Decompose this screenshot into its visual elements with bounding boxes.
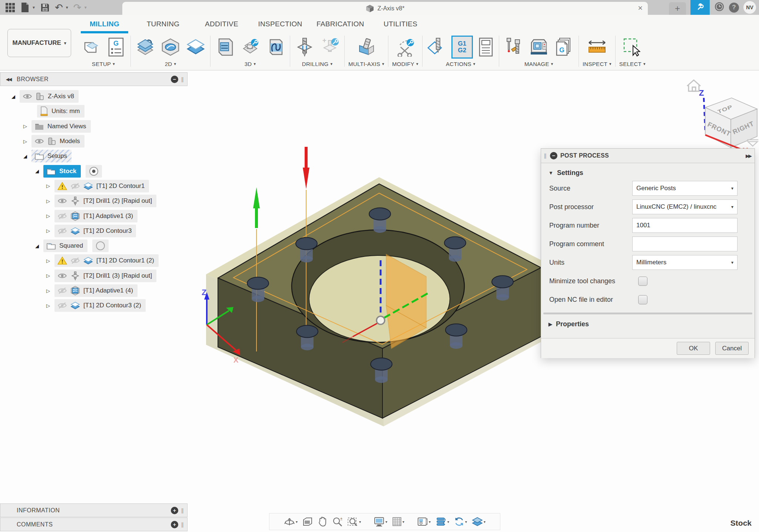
hidden-eye-icon[interactable] xyxy=(57,227,67,235)
eye-icon[interactable] xyxy=(57,272,67,280)
visual-style-caret[interactable]: ▾ xyxy=(484,520,485,524)
tree-item-setups[interactable]: Setups xyxy=(32,150,72,162)
post-library-icon[interactable]: G xyxy=(553,36,575,58)
modify-trim-icon[interactable] xyxy=(394,36,416,58)
collapse-arrow-icon[interactable]: ▷ xyxy=(45,228,51,234)
group-actions-caret[interactable]: ▾ xyxy=(473,62,475,66)
close-tab-icon[interactable]: × xyxy=(638,3,643,13)
drill-custom-icon[interactable]: + xyxy=(319,36,341,58)
display-settings-caret[interactable]: ▾ xyxy=(385,520,387,524)
group-3d-label[interactable]: 3D xyxy=(245,61,252,67)
information-expand-icon[interactable]: + xyxy=(171,507,178,514)
multiaxis-swarf-icon[interactable] xyxy=(355,36,377,58)
tree-item-operation[interactable]: [T1] 2D Contour3 (2) xyxy=(54,299,146,312)
orbit-caret[interactable]: ▾ xyxy=(296,520,298,524)
collapse-arrow-icon[interactable]: ▷ xyxy=(22,139,28,144)
zoom-button[interactable]: ± xyxy=(331,516,344,527)
group-2d-label[interactable]: 2D xyxy=(165,61,172,67)
tree-item-squared[interactable]: Squared xyxy=(43,239,87,252)
expand-arrow-icon[interactable]: ◢ xyxy=(34,168,40,174)
program-number-input[interactable] xyxy=(636,222,733,229)
drill-icon[interactable] xyxy=(294,36,315,58)
tab-utilities[interactable]: UTILITIES xyxy=(375,15,427,33)
3d-morph-icon[interactable] xyxy=(265,36,286,58)
viewcube[interactable]: Z TOP FRONT RIGHT X xyxy=(684,75,759,156)
collapse-arrow-icon[interactable]: ▷ xyxy=(45,258,51,264)
2d-pocket-icon[interactable] xyxy=(135,36,156,58)
collapse-arrow-icon[interactable]: ▷ xyxy=(45,288,51,294)
group-actions-label[interactable]: ACTIONS xyxy=(446,61,471,67)
steps-caret[interactable]: ▾ xyxy=(447,520,449,524)
group-select-label[interactable]: SELECT xyxy=(619,61,642,67)
cancel-button[interactable]: Cancel xyxy=(715,342,749,355)
browser-minimize-icon[interactable]: − xyxy=(171,76,178,83)
3d-adaptive-icon[interactable] xyxy=(239,36,261,58)
viewcube-menu-caret-icon[interactable] xyxy=(748,142,758,146)
ncprogram-icon[interactable]: G xyxy=(105,36,127,58)
tree-item-named-views[interactable]: Named Views xyxy=(32,120,91,133)
units-select[interactable]: Millimeters ▾ xyxy=(632,255,738,270)
2d-contour-icon[interactable] xyxy=(185,36,206,58)
hidden-eye-icon[interactable] xyxy=(70,182,80,190)
dialog-drag-handle[interactable]: || xyxy=(544,153,548,159)
group-drilling-label[interactable]: DRILLING xyxy=(302,61,329,67)
group-modify-label[interactable]: MODIFY xyxy=(392,61,414,67)
redo-icon[interactable]: ↷ xyxy=(73,3,82,12)
collapse-arrow-icon[interactable]: ▷ xyxy=(22,123,28,129)
comments-panel-header[interactable]: COMMENTS + || xyxy=(0,518,188,531)
pan-button[interactable] xyxy=(316,516,328,527)
collapse-arrow-icon[interactable]: ▷ xyxy=(45,198,51,204)
group-drilling-caret[interactable]: ▾ xyxy=(330,62,332,66)
tab-milling[interactable]: MILLING xyxy=(79,15,130,33)
orbit-button[interactable]: ▾ xyxy=(283,516,299,527)
tree-item-operation[interactable]: [T1] 2D Contour3 xyxy=(54,225,136,237)
3d-pocket-icon[interactable] xyxy=(214,36,236,58)
new-setup-icon[interactable] xyxy=(80,36,102,58)
active-setup-radio[interactable] xyxy=(86,165,102,178)
app-launcher-icon[interactable] xyxy=(5,3,15,12)
eye-icon[interactable] xyxy=(23,93,32,100)
group-modify-caret[interactable]: ▾ xyxy=(416,62,418,66)
document-tab[interactable]: Z-Axis v8* × xyxy=(122,2,648,15)
browser-panel-header[interactable]: ◀◀ BROWSER − || xyxy=(0,72,188,86)
tree-item-operation[interactable]: [T2] Drill1 (2) [Rapid out] xyxy=(54,195,156,207)
group-multiaxis-caret[interactable]: ▾ xyxy=(382,62,384,66)
comments-drag-handle[interactable]: || xyxy=(181,522,185,528)
ok-button[interactable]: OK xyxy=(677,342,710,355)
help-icon[interactable]: ? xyxy=(729,3,739,13)
select-icon[interactable] xyxy=(622,36,643,58)
expand-arrow-icon[interactable]: ◢ xyxy=(34,243,40,249)
eye-icon[interactable] xyxy=(57,197,67,205)
collapse-arrow-icon[interactable]: ▷ xyxy=(45,273,51,278)
simulate-icon[interactable] xyxy=(426,36,448,58)
information-panel-header[interactable]: INFORMATION + || xyxy=(0,503,188,517)
measure-icon[interactable] xyxy=(586,36,608,58)
information-drag-handle[interactable]: || xyxy=(181,508,185,513)
job-status-button[interactable] xyxy=(690,0,710,15)
machine-library-icon[interactable] xyxy=(528,36,550,58)
file-menu-caret[interactable]: ▾ xyxy=(33,5,35,10)
group-3d-caret[interactable]: ▾ xyxy=(253,62,256,66)
group-manage-label[interactable]: MANAGE xyxy=(524,61,549,67)
setup-sheet-icon[interactable] xyxy=(477,36,495,58)
2d-adaptive-icon[interactable] xyxy=(160,36,181,58)
dialog-minimize-icon[interactable]: − xyxy=(550,152,557,159)
group-inspect-label[interactable]: INSPECT xyxy=(583,61,607,67)
expand-arrow-icon[interactable]: ◢ xyxy=(22,153,28,159)
tree-item-operation[interactable]: [T1] Adaptive1 (3) xyxy=(54,210,137,222)
redo-caret[interactable]: ▾ xyxy=(84,5,87,10)
tab-inspection[interactable]: INSPECTION xyxy=(254,15,306,33)
refresh-button[interactable]: ▾ xyxy=(453,516,468,527)
steps-button[interactable]: ▾ xyxy=(434,517,450,526)
refresh-caret[interactable]: ▾ xyxy=(465,520,467,524)
display-settings-button[interactable]: ▾ xyxy=(372,516,388,527)
tree-item-stock-selected[interactable]: Stock xyxy=(43,165,81,178)
post-processor-select[interactable]: LinuxCNC (EMC2) / linuxcnc ▾ xyxy=(632,199,738,214)
tree-item-operation[interactable]: [T1] Adaptive1 (4) xyxy=(54,284,137,297)
properties-section-header[interactable]: ▶ Properties xyxy=(541,314,755,330)
tree-item-operation[interactable]: [T1] 2D Contour1 (2) xyxy=(54,254,159,267)
visual-style-button[interactable]: ▾ xyxy=(471,517,487,526)
viewcube-home-icon[interactable] xyxy=(687,80,700,91)
settings-section-header[interactable]: ▼ Settings xyxy=(541,163,755,179)
source-select[interactable]: Generic Posts ▾ xyxy=(632,181,738,196)
